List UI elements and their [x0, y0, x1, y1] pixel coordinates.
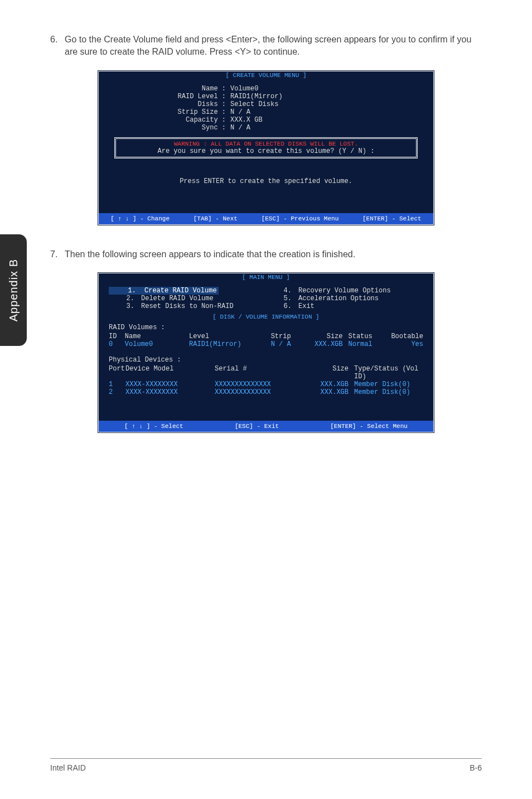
cell-size: XXX.XGB — [304, 381, 354, 388]
screen-footer: [ ↑ ↓ ] - Change [TAB] - Next [ESC] - Pr… — [99, 213, 433, 224]
step-number: 6. — [50, 33, 65, 59]
cell-model: XXXX-XXXXXXXX — [125, 388, 215, 396]
hint-enter: [ENTER] - Select — [362, 215, 422, 222]
enter-prompt: Press ENTER to create the specified volu… — [109, 161, 423, 205]
page-footer: Intel RAID B-6 — [50, 758, 482, 772]
value-strip-size: N / A — [230, 108, 250, 116]
cell-serial: XXXXXXXXXXXXXX — [215, 381, 304, 388]
col-size: Size — [304, 365, 354, 381]
value-sync: N / A — [230, 124, 250, 132]
col-status: Status — [349, 333, 386, 340]
hint-change: [ ↑ ↓ ] - Change — [110, 215, 170, 222]
screen-body: 1.Create RAID Volume 4.Recovery Volume O… — [99, 281, 433, 421]
hint-esc: [ESC] - Exit — [235, 423, 279, 430]
paragraph-7: 7. Then the following screen appears to … — [50, 248, 482, 261]
menu-item-create[interactable]: Create RAID Volume — [143, 287, 219, 295]
warning-dialog: WARNING : ALL DATA ON SELECTED DISKS WIL… — [114, 137, 418, 158]
hint-esc: [ESC] - Previous Menu — [262, 215, 339, 222]
device-table-header: Port Device Model Serial # Size Type/Sta… — [109, 365, 423, 381]
label-name: Name : — [176, 85, 230, 93]
cell-status: Normal — [349, 340, 386, 348]
col-serial: Serial # — [215, 365, 304, 381]
screen-title: [ MAIN MENU ] — [239, 274, 293, 281]
cell-type: Member Disk(0) — [354, 388, 423, 396]
warning-text: WARNING : ALL DATA ON SELECTED DISKS WIL… — [118, 141, 414, 147]
cell-id: 0 — [109, 340, 125, 348]
menu-index-1[interactable]: 1. — [109, 287, 143, 295]
footer-left: Intel RAID — [50, 763, 86, 772]
raid-volumes-label: RAID Volumes : — [109, 324, 423, 331]
col-strip: Strip — [259, 333, 300, 340]
device-row: 1 XXXX-XXXXXXXX XXXXXXXXXXXXXX XXX.XGB M… — [109, 381, 423, 388]
col-level: Level — [189, 333, 259, 340]
value-capacity: XXX.X GB — [230, 116, 263, 124]
volume-table-header: ID Name Level Strip Size Status Bootable — [109, 333, 423, 340]
paragraph-6: 6. Go to the Create Volume field and pre… — [50, 33, 482, 59]
cell-port: 1 — [109, 381, 125, 388]
cell-strip: N / A — [259, 340, 300, 348]
label-sync: Sync : — [176, 124, 230, 132]
col-port: Port — [109, 365, 125, 381]
footer-page-number: B-6 — [470, 763, 482, 772]
menu-index-6[interactable]: 6. — [266, 302, 298, 310]
col-device-model: Device Model — [125, 365, 215, 381]
value-name: Volume0 — [230, 85, 258, 93]
step-number: 7. — [50, 248, 65, 261]
cell-size: XXX.XGB — [300, 340, 349, 348]
col-bootable: Bootable — [386, 333, 423, 340]
cell-size: XXX.XGB — [304, 388, 354, 396]
screen-body: Name :Volume0 RAID Level :RAID1(Mirror) … — [99, 79, 433, 213]
menu-index-3[interactable]: 3. — [109, 302, 141, 310]
menu-index-2[interactable]: 2. — [109, 295, 141, 302]
cell-bootable: Yes — [386, 340, 423, 348]
physical-devices-label: Physical Devices : — [109, 356, 423, 364]
menu-item-acceleration[interactable]: Acceleration Options — [298, 295, 379, 302]
label-capacity: Capacity : — [176, 116, 230, 124]
cell-serial: XXXXXXXXXXXXXX — [215, 388, 304, 396]
field-list: Name :Volume0 RAID Level :RAID1(Mirror) … — [176, 85, 423, 132]
cell-level: RAID1(Mirror) — [189, 340, 259, 348]
sidebar-label: Appendix B — [7, 259, 20, 321]
col-size: Size — [300, 333, 349, 340]
hint-select: [ ↑ ↓ ] - Select — [124, 423, 183, 430]
sidebar-tab: Appendix B — [0, 234, 27, 346]
col-type-status: Type/Status (Vol ID) — [354, 365, 423, 381]
screen-footer: [ ↑ ↓ ] - Select [ESC] - Exit [ENTER] - … — [99, 421, 433, 432]
menu-item-recovery[interactable]: Recovery Volume Options — [298, 287, 391, 295]
menu-item-delete[interactable]: Delete RAID Volume — [141, 295, 214, 302]
col-name: Name — [125, 333, 189, 340]
main-menu: 1.Create RAID Volume 4.Recovery Volume O… — [109, 287, 423, 310]
label-raid-level: RAID Level : — [176, 93, 230, 100]
device-row: 2 XXXX-XXXXXXXX XXXXXXXXXXXXXX XXX.XGB M… — [109, 388, 423, 396]
cell-port: 2 — [109, 388, 125, 396]
label-disks: Disks : — [176, 100, 230, 108]
step-text: Go to the Create Volume field and press … — [65, 33, 482, 59]
cell-model: XXXX-XXXXXXXX — [125, 381, 215, 388]
main-menu-screen: [ MAIN MENU ] 1.Create RAID Volume 4.Rec… — [97, 272, 435, 434]
create-volume-screen: [ CREATE VOLUME MENU ] Name :Volume0 RAI… — [97, 70, 435, 226]
screen-title: [ CREATE VOLUME MENU ] — [222, 72, 309, 79]
menu-item-exit[interactable]: Exit — [298, 302, 315, 310]
info-divider: [ DISK / VOLUME INFORMATION ] — [109, 314, 423, 320]
col-id: ID — [109, 333, 125, 340]
value-raid-level: RAID1(Mirror) — [230, 93, 283, 100]
cell-type: Member Disk(0) — [354, 381, 423, 388]
confirm-prompt[interactable]: Are you sure you want to create this vol… — [118, 147, 414, 155]
menu-item-reset[interactable]: Reset Disks to Non-RAID — [141, 302, 234, 310]
step-text: Then the following screen appears to ind… — [65, 248, 355, 261]
menu-index-5[interactable]: 5. — [266, 295, 298, 302]
menu-index-4[interactable]: 4. — [266, 287, 298, 295]
value-disks: Select Disks — [230, 100, 278, 108]
hint-enter: [ENTER] - Select Menu — [330, 423, 408, 430]
page-content: 6. Go to the Create Volume field and pre… — [0, 0, 532, 434]
label-strip-size: Strip Size : — [176, 108, 230, 116]
cell-name: Volume0 — [125, 340, 189, 348]
hint-tab: [TAB] - Next — [194, 215, 238, 222]
volume-row: 0 Volume0 RAID1(Mirror) N / A XXX.XGB No… — [109, 340, 423, 348]
